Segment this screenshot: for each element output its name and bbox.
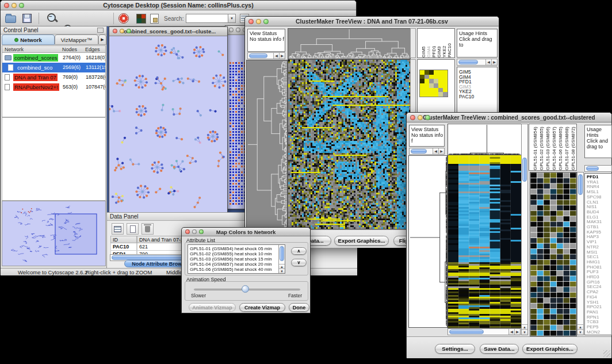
open-network-icon[interactable]	[5, 13, 18, 25]
export-graphics-button[interactable]: Export Graphics...	[334, 236, 389, 246]
zoom-matrix[interactable]	[419, 70, 448, 97]
search-dropdown-icon[interactable]	[228, 14, 236, 23]
scroll-thumb[interactable]	[411, 149, 427, 154]
heatmap[interactable]	[447, 155, 522, 328]
tab-overflow-icon[interactable]: ▶	[98, 35, 106, 45]
scroll-right-icon[interactable]	[491, 59, 497, 65]
resize-grip[interactable]	[603, 350, 610, 357]
scroll-up-icon[interactable]	[279, 264, 285, 269]
scroll-right-icon[interactable]	[514, 329, 520, 335]
minimize-icon[interactable]	[192, 229, 197, 234]
minimize-icon[interactable]	[12, 3, 17, 8]
attribute-list[interactable]: GPL51-01 (GSM854) heat shock 05 minGPL51…	[188, 244, 285, 274]
close-icon[interactable]	[113, 29, 117, 33]
network-view-titlebar[interactable]: combined_scores_good.txt--cluste...	[109, 27, 227, 36]
zoom-out-icon[interactable]	[47, 13, 58, 24]
scroll-thumb[interactable]	[578, 174, 583, 195]
scroll-down-icon[interactable]	[279, 269, 285, 273]
scroll-down-icon[interactable]	[522, 329, 527, 335]
scroll-up-icon[interactable]	[522, 324, 527, 329]
scroll-down-icon[interactable]	[577, 329, 583, 335]
help-icon[interactable]	[118, 13, 131, 25]
scroll-up-icon[interactable]	[577, 324, 583, 329]
zoom-view-scrollbar[interactable]	[577, 172, 584, 335]
attribute-list-item[interactable]: GPL51-03 (GSM856) heat shock 15 min	[190, 256, 272, 262]
scroll-thumb[interactable]	[586, 166, 599, 171]
minimize-icon[interactable]	[418, 115, 423, 120]
view-status-scrollbar[interactable]	[409, 148, 445, 155]
network-canvas[interactable]	[109, 36, 227, 212]
network-list-item[interactable]: combined_sco2569(6)13112(15)	[2, 63, 105, 72]
done-button[interactable]: Done	[289, 303, 309, 312]
attribute-list-item[interactable]: GPL51-04 (GSM857) heat shock 20 min	[190, 262, 272, 267]
dialog-titlebar[interactable]: Map Colors to Network	[182, 228, 310, 236]
treeview1-titlebar[interactable]: ClusterMaker TreeView : DNA and Tran 07-…	[245, 17, 499, 26]
network-list-item[interactable]: DNA and Tran 07769(0)183728(0)	[2, 72, 105, 82]
scroll-left-icon[interactable]	[508, 329, 514, 335]
animate-vizmap-button[interactable]: Animate Vizmap	[189, 303, 236, 312]
scroll-thumb[interactable]	[280, 246, 284, 261]
scroll-thumb[interactable]	[458, 60, 478, 64]
attribute-list-item[interactable]: GPL51-06 (GSM865) heat shock 40 min	[190, 267, 272, 272]
network-overview-canvas[interactable]	[2, 201, 105, 266]
close-icon[interactable]	[410, 115, 415, 120]
zoom-window-icon[interactable]	[19, 3, 24, 8]
heatmap-vscrollbar[interactable]	[521, 124, 528, 335]
zoom-window-icon[interactable]	[263, 19, 269, 24]
minimize-icon[interactable]	[256, 19, 261, 24]
heatmap[interactable]	[288, 59, 411, 229]
new-attribute-icon[interactable]	[127, 223, 139, 235]
attribute-list-item[interactable]: GPL51-07 (GSM868) heat shock 60 min	[190, 272, 272, 274]
export-graphics-button[interactable]: Export Graphics...	[522, 344, 577, 354]
save-data-button[interactable]: Save Data...	[480, 344, 519, 354]
column-dendrogram-scrollbar[interactable]	[410, 28, 416, 58]
column-header-id[interactable]: ID	[110, 236, 137, 243]
zoom-window-icon[interactable]	[425, 115, 430, 120]
close-icon[interactable]	[185, 229, 190, 234]
move-up-button[interactable]: ∧	[291, 247, 307, 255]
attribute-list-scrollbar[interactable]	[278, 245, 285, 273]
attribute-table-icon[interactable]	[112, 223, 124, 235]
vizmapper-icon[interactable]	[135, 13, 148, 25]
minimize-icon[interactable]	[120, 29, 124, 33]
column-dendrogram[interactable]	[288, 28, 411, 59]
tab-network[interactable]: Network	[2, 35, 55, 45]
delete-attribute-icon[interactable]	[141, 223, 154, 235]
scroll-thumb[interactable]	[249, 53, 267, 58]
attribute-list-item[interactable]: GPL51-01 (GSM854) heat shock 05 min	[190, 246, 272, 251]
scroll-left-icon[interactable]	[485, 59, 491, 65]
row-dendrogram[interactable]	[246, 60, 288, 229]
settings-button[interactable]: Settings...	[435, 344, 475, 354]
close-icon[interactable]	[248, 19, 254, 24]
network-list-item[interactable]: RNAPuberNov2+!563(0)107847(0)	[2, 82, 105, 92]
treeview2-titlebar[interactable]: ClusterMaker TreeView : combined_scores_…	[407, 113, 611, 122]
attribute-list-item[interactable]: GPL51-02 (GSM855) heat shock 10 min	[190, 251, 272, 256]
zoom-window-icon[interactable]	[127, 29, 131, 33]
view-status-scrollbar[interactable]	[247, 52, 285, 59]
scroll-right-icon[interactable]	[438, 148, 444, 154]
usage-hints-scrollbar[interactable]	[457, 59, 498, 66]
speed-slider-thumb[interactable]	[242, 285, 249, 293]
move-down-button[interactable]: ∨	[291, 259, 307, 266]
annotation-icon[interactable]	[149, 13, 162, 25]
minimize-icon[interactable]	[236, 28, 240, 32]
scroll-left-icon[interactable]	[433, 148, 438, 154]
network-overview-panel[interactable]	[2, 201, 106, 266]
scroll-thumb[interactable]	[522, 158, 527, 182]
scroll-left-icon[interactable]	[273, 53, 279, 59]
dense-network-canvas[interactable]	[229, 62, 246, 206]
float-panel-icon[interactable]	[97, 28, 104, 33]
save-session-icon[interactable]	[21, 13, 34, 25]
row-dendrogram[interactable]	[408, 155, 447, 328]
heatmap-hscrollbar[interactable]	[447, 328, 521, 335]
search-input[interactable]	[186, 14, 228, 23]
network-view-window[interactable]: combined_scores_good.txt--cluste...	[109, 26, 228, 212]
zoom-window-icon[interactable]	[199, 229, 204, 234]
network-list-item[interactable]: combined_scores2764(0)16218(0)	[2, 53, 105, 63]
usage-hints-scrollbar[interactable]	[584, 165, 612, 172]
close-icon[interactable]	[4, 3, 9, 8]
create-vizmap-button[interactable]: Create Vizmap	[239, 303, 285, 312]
scroll-right-icon[interactable]	[279, 53, 285, 59]
column-dendrogram[interactable]	[447, 124, 522, 155]
tab-vizmapper[interactable]: VizMapper™	[55, 35, 98, 45]
